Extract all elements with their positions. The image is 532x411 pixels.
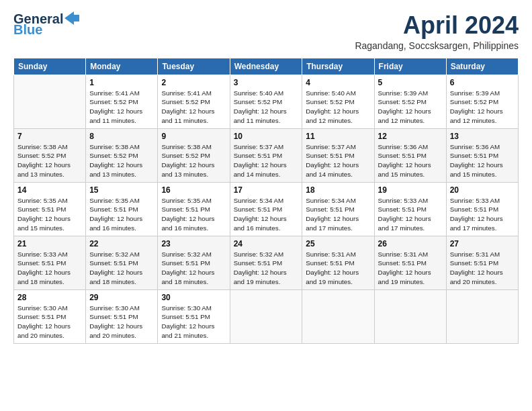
day-number: 23 (161, 239, 226, 248)
calendar-cell: 21Sunrise: 5:33 AMSunset: 5:51 PMDayligh… (14, 236, 86, 289)
calendar-cell: 14Sunrise: 5:35 AMSunset: 5:51 PMDayligh… (14, 182, 86, 236)
day-number: 29 (89, 293, 154, 302)
day-info: Sunrise: 5:30 AMSunset: 5:51 PMDaylight:… (161, 304, 226, 340)
calendar-cell: 22Sunrise: 5:32 AMSunset: 5:51 PMDayligh… (86, 236, 158, 289)
weekday-header-sunday: Sunday (14, 58, 86, 75)
day-number: 22 (89, 239, 154, 248)
day-info: Sunrise: 5:40 AMSunset: 5:52 PMDaylight:… (234, 89, 299, 126)
day-info: Sunrise: 5:36 AMSunset: 5:51 PMDaylight:… (450, 142, 515, 179)
day-info: Sunrise: 5:32 AMSunset: 5:51 PMDaylight:… (89, 250, 154, 287)
page: General Blue April 2024 Ragandang, Soccs… (0, 0, 532, 351)
calendar-cell: 7Sunrise: 5:38 AMSunset: 5:52 PMDaylight… (14, 128, 86, 182)
day-info: Sunrise: 5:38 AMSunset: 5:52 PMDaylight:… (161, 142, 226, 179)
day-number: 2 (161, 78, 226, 87)
weekday-header-tuesday: Tuesday (158, 58, 230, 75)
weekday-header-friday: Friday (374, 58, 446, 75)
day-number: 17 (234, 185, 299, 195)
day-number: 16 (161, 185, 226, 195)
day-info: Sunrise: 5:35 AMSunset: 5:51 PMDaylight:… (161, 196, 226, 233)
day-number: 14 (17, 185, 82, 195)
day-number: 27 (450, 239, 515, 248)
calendar-cell: 28Sunrise: 5:30 AMSunset: 5:51 PMDayligh… (14, 289, 86, 343)
calendar-cell: 29Sunrise: 5:30 AMSunset: 5:51 PMDayligh… (86, 289, 158, 343)
day-info: Sunrise: 5:33 AMSunset: 5:51 PMDaylight:… (450, 196, 515, 233)
logo-box: General Blue (13, 12, 79, 36)
weekday-header-thursday: Thursday (302, 58, 374, 75)
day-info: Sunrise: 5:39 AMSunset: 5:52 PMDaylight:… (450, 89, 515, 126)
day-number: 5 (378, 78, 443, 87)
day-info: Sunrise: 5:32 AMSunset: 5:51 PMDaylight:… (161, 250, 226, 287)
day-number: 6 (450, 78, 515, 87)
calendar-cell: 3Sunrise: 5:40 AMSunset: 5:52 PMDaylight… (230, 75, 302, 128)
calendar-cell: 6Sunrise: 5:39 AMSunset: 5:52 PMDaylight… (446, 75, 518, 128)
day-info: Sunrise: 5:41 AMSunset: 5:52 PMDaylight:… (161, 89, 226, 126)
calendar-cell: 2Sunrise: 5:41 AMSunset: 5:52 PMDaylight… (158, 75, 230, 128)
day-number: 30 (161, 293, 226, 302)
calendar-cell: 30Sunrise: 5:30 AMSunset: 5:51 PMDayligh… (158, 289, 230, 343)
day-number: 12 (378, 132, 443, 141)
day-info: Sunrise: 5:37 AMSunset: 5:51 PMDaylight:… (306, 142, 370, 179)
day-info: Sunrise: 5:36 AMSunset: 5:51 PMDaylight:… (378, 142, 443, 179)
calendar-cell: 19Sunrise: 5:33 AMSunset: 5:51 PMDayligh… (374, 182, 446, 236)
day-info: Sunrise: 5:33 AMSunset: 5:51 PMDaylight:… (378, 196, 443, 233)
calendar-cell: 16Sunrise: 5:35 AMSunset: 5:51 PMDayligh… (158, 182, 230, 236)
day-number: 19 (378, 185, 443, 195)
day-number: 25 (306, 239, 370, 248)
day-info: Sunrise: 5:35 AMSunset: 5:51 PMDaylight:… (17, 196, 82, 233)
calendar-cell: 1Sunrise: 5:41 AMSunset: 5:52 PMDaylight… (86, 75, 158, 128)
day-info: Sunrise: 5:30 AMSunset: 5:51 PMDaylight:… (89, 304, 154, 340)
location: Ragandang, Soccsksargen, Philippines (355, 40, 519, 51)
month-title: April 2024 (355, 12, 519, 39)
calendar-week-row: 14Sunrise: 5:35 AMSunset: 5:51 PMDayligh… (14, 182, 519, 236)
calendar-table: SundayMondayTuesdayWednesdayThursdayFrid… (13, 58, 519, 344)
calendar-cell: 27Sunrise: 5:31 AMSunset: 5:51 PMDayligh… (446, 236, 518, 289)
day-info: Sunrise: 5:35 AMSunset: 5:51 PMDaylight:… (89, 196, 154, 233)
day-number: 10 (234, 132, 299, 141)
day-number: 9 (161, 132, 226, 141)
calendar-week-row: 7Sunrise: 5:38 AMSunset: 5:52 PMDaylight… (14, 128, 519, 182)
calendar-cell: 17Sunrise: 5:34 AMSunset: 5:51 PMDayligh… (230, 182, 302, 236)
weekday-header-wednesday: Wednesday (230, 58, 302, 75)
day-info: Sunrise: 5:40 AMSunset: 5:52 PMDaylight:… (306, 89, 370, 126)
calendar-cell (446, 289, 518, 343)
day-info: Sunrise: 5:39 AMSunset: 5:52 PMDaylight:… (378, 89, 443, 126)
day-info: Sunrise: 5:41 AMSunset: 5:52 PMDaylight:… (89, 89, 154, 126)
calendar-cell: 12Sunrise: 5:36 AMSunset: 5:51 PMDayligh… (374, 128, 446, 182)
calendar-cell: 26Sunrise: 5:31 AMSunset: 5:51 PMDayligh… (374, 236, 446, 289)
day-number: 21 (17, 239, 82, 248)
calendar-header-row: SundayMondayTuesdayWednesdayThursdayFrid… (14, 58, 519, 75)
day-number: 1 (89, 78, 154, 87)
day-number: 3 (234, 78, 299, 87)
calendar-cell: 20Sunrise: 5:33 AMSunset: 5:51 PMDayligh… (446, 182, 518, 236)
day-info: Sunrise: 5:34 AMSunset: 5:51 PMDaylight:… (234, 196, 299, 233)
calendar-cell (14, 75, 86, 128)
day-info: Sunrise: 5:33 AMSunset: 5:51 PMDaylight:… (17, 250, 82, 287)
weekday-header-saturday: Saturday (446, 58, 518, 75)
day-info: Sunrise: 5:37 AMSunset: 5:51 PMDaylight:… (234, 142, 299, 179)
day-number: 7 (17, 132, 82, 141)
day-info: Sunrise: 5:31 AMSunset: 5:51 PMDaylight:… (378, 250, 443, 287)
day-info: Sunrise: 5:31 AMSunset: 5:51 PMDaylight:… (450, 250, 515, 287)
day-number: 15 (89, 185, 154, 195)
day-number: 20 (450, 185, 515, 195)
logo-blue: Blue (13, 23, 79, 36)
calendar-cell: 24Sunrise: 5:32 AMSunset: 5:51 PMDayligh… (230, 236, 302, 289)
calendar-cell (230, 289, 302, 343)
day-number: 28 (17, 293, 82, 302)
calendar-week-row: 21Sunrise: 5:33 AMSunset: 5:51 PMDayligh… (14, 236, 519, 289)
calendar-cell: 8Sunrise: 5:38 AMSunset: 5:52 PMDaylight… (86, 128, 158, 182)
logo: General Blue (13, 12, 79, 36)
day-number: 13 (450, 132, 515, 141)
calendar-cell: 25Sunrise: 5:31 AMSunset: 5:51 PMDayligh… (302, 236, 374, 289)
calendar-cell: 13Sunrise: 5:36 AMSunset: 5:51 PMDayligh… (446, 128, 518, 182)
day-number: 11 (306, 132, 370, 141)
calendar-cell: 18Sunrise: 5:34 AMSunset: 5:51 PMDayligh… (302, 182, 374, 236)
header: General Blue April 2024 Ragandang, Soccs… (13, 12, 519, 51)
calendar-week-row: 28Sunrise: 5:30 AMSunset: 5:51 PMDayligh… (14, 289, 519, 343)
calendar-cell: 23Sunrise: 5:32 AMSunset: 5:51 PMDayligh… (158, 236, 230, 289)
calendar-cell: 11Sunrise: 5:37 AMSunset: 5:51 PMDayligh… (302, 128, 374, 182)
calendar-cell: 4Sunrise: 5:40 AMSunset: 5:52 PMDaylight… (302, 75, 374, 128)
day-number: 26 (378, 239, 443, 248)
day-info: Sunrise: 5:38 AMSunset: 5:52 PMDaylight:… (17, 142, 82, 179)
calendar-week-row: 1Sunrise: 5:41 AMSunset: 5:52 PMDaylight… (14, 75, 519, 128)
